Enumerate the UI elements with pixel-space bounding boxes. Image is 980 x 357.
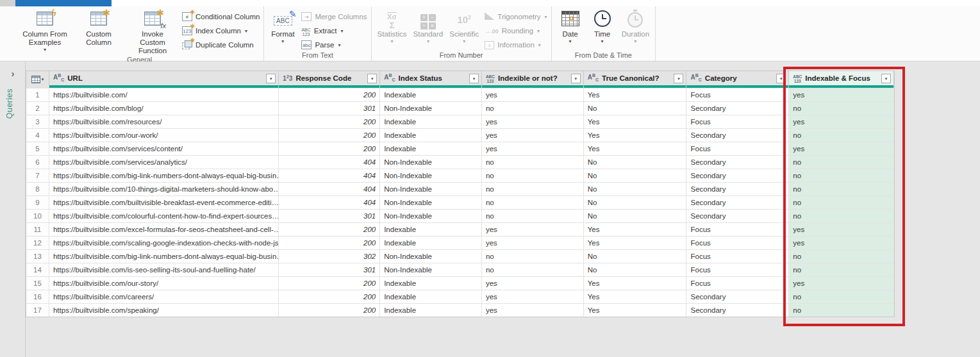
cell-url[interactable]: https://builtvisible.com/colourful-conte… [49, 210, 279, 222]
active-tab-indicator[interactable] [15, 0, 112, 6]
cell-category[interactable]: Secondary [686, 304, 789, 317]
column-header-index-status[interactable]: ABCIndex Status▾ [380, 71, 482, 88]
filter-button[interactable]: ▾ [266, 74, 276, 83]
cell-index-status[interactable]: Indexable [380, 115, 482, 128]
column-header-true-canonical[interactable]: ABCTrue Canonical?▾ [584, 71, 687, 88]
cell-response-code[interactable]: 404 [279, 169, 380, 182]
duplicate-column-button[interactable]: ✱Duplicate Column [182, 39, 260, 51]
cell-true-canonical[interactable]: Yes [584, 290, 687, 303]
row-number[interactable]: 14 [26, 263, 49, 276]
cell-indexable-focus[interactable]: yes [789, 115, 894, 128]
cell-index-status[interactable]: Indexable [380, 277, 482, 290]
cell-url[interactable]: https://builtvisible.com/services/analyt… [49, 156, 279, 169]
rounding-button[interactable]: →.00Rounding▾ [485, 25, 547, 37]
filter-button[interactable]: ▾ [571, 74, 581, 83]
cell-url[interactable]: https://builtvisible.com/speaking/ [49, 304, 279, 317]
cell-index-status[interactable]: Indexable [380, 142, 482, 155]
cell-response-code[interactable]: 200 [279, 237, 380, 249]
cell-indexable-focus[interactable]: no [789, 304, 894, 317]
conditional-column-button[interactable]: ≠✱Conditional Column [182, 11, 260, 22]
cell-category[interactable]: Focus [686, 237, 789, 249]
row-number[interactable]: 3 [26, 115, 49, 128]
cell-index-status[interactable]: Non-Indexable [380, 263, 482, 276]
row-number[interactable]: 8 [26, 183, 49, 195]
merge-columns-button[interactable]: ⇥Merge Columns [301, 11, 367, 22]
cell-category[interactable]: Focus [686, 142, 789, 155]
index-column-button[interactable]: 123✱Index Column▾ [182, 25, 260, 37]
cell-url[interactable]: https://builtvisible.com/is-seo-selling-… [49, 263, 279, 276]
cell-category[interactable]: Focus [686, 250, 789, 263]
cell-response-code[interactable]: 200 [279, 88, 380, 101]
information-button[interactable]: ±Information▾ [485, 39, 547, 51]
cell-category[interactable]: Focus [686, 88, 789, 101]
cell-true-canonical[interactable]: No [584, 263, 687, 276]
cell-true-canonical[interactable]: No [584, 250, 687, 263]
cell-indexable-focus[interactable]: yes [789, 237, 894, 249]
row-number[interactable]: 10 [26, 210, 49, 222]
column-header-response-code[interactable]: 123Response Code▾ [279, 71, 380, 88]
cell-index-status[interactable]: Indexable [380, 304, 482, 317]
cell-true-canonical[interactable]: No [584, 183, 687, 195]
cell-url[interactable]: https://builtvisible.com/services/conten… [49, 142, 279, 155]
custom-column-button[interactable]: ✱Custom Column [72, 8, 126, 47]
standard-button[interactable]: +−÷×Standard▾ [410, 8, 447, 44]
cell-indexable-focus[interactable]: yes [789, 88, 894, 101]
parse-button[interactable]: abcParse▾ [301, 39, 367, 51]
cell-response-code[interactable]: 200 [279, 223, 380, 236]
column-header-indexable-focus[interactable]: ABC123Indexable & Focus▾ [789, 71, 894, 88]
cell-url[interactable]: https://builtvisible.com/our-work/ [49, 129, 279, 142]
cell-indexable-focus[interactable]: yes [789, 277, 894, 290]
cell-category[interactable]: Secondary [686, 169, 789, 182]
cell-url[interactable]: https://builtvisible.com/careers/ [49, 290, 279, 303]
cell-index-status[interactable]: Non-Indexable [380, 156, 482, 169]
cell-index-status[interactable]: Non-Indexable [380, 250, 482, 263]
cell-category[interactable]: Focus [686, 115, 789, 128]
date-button[interactable]: Date▾ [554, 8, 586, 44]
cell-index-status[interactable]: Indexable [380, 129, 482, 142]
row-number[interactable]: 5 [26, 142, 49, 155]
cell-url[interactable]: https://builtvisible.com/our-story/ [49, 277, 279, 290]
cell-response-code[interactable]: 200 [279, 129, 380, 142]
duration-button[interactable]: Duration▾ [619, 8, 652, 44]
row-number[interactable]: 4 [26, 129, 49, 142]
cell-url[interactable]: https://builtvisible.com/ [49, 88, 279, 101]
filter-button[interactable]: ▾ [776, 74, 786, 83]
cell-indexible-or-not[interactable]: no [482, 210, 584, 222]
row-number[interactable]: 7 [26, 169, 49, 182]
cell-category[interactable]: Secondary [686, 290, 789, 303]
cell-url[interactable]: https://builtvisible.com/resources/ [49, 115, 279, 128]
cell-indexable-focus[interactable]: no [789, 263, 894, 276]
cell-index-status[interactable]: Non-Indexable [380, 210, 482, 222]
row-number[interactable]: 13 [26, 250, 49, 263]
scientific-button[interactable]: 102Scientific▾ [446, 8, 482, 44]
cell-response-code[interactable]: 404 [279, 196, 380, 209]
filter-button[interactable]: ▾ [367, 74, 377, 83]
cell-indexible-or-not[interactable]: no [482, 156, 584, 169]
cell-indexible-or-not[interactable]: yes [482, 237, 584, 249]
cell-response-code[interactable]: 301 [279, 102, 380, 115]
cell-indexible-or-not[interactable]: yes [482, 115, 584, 128]
time-button[interactable]: Time▾ [586, 8, 619, 44]
cell-indexible-or-not[interactable]: no [482, 183, 584, 195]
cell-category[interactable]: Secondary [686, 102, 789, 115]
cell-true-canonical[interactable]: No [584, 169, 687, 182]
cell-indexable-focus[interactable]: no [789, 169, 894, 182]
cell-true-canonical[interactable]: Yes [584, 88, 687, 101]
format-button[interactable]: ABC✎Format▾ [267, 8, 299, 44]
cell-indexable-focus[interactable]: no [789, 210, 894, 222]
cell-indexable-focus[interactable]: no [789, 156, 894, 169]
column-header-category[interactable]: ABCCategory▾ [686, 71, 789, 88]
cell-response-code[interactable]: 404 [279, 156, 380, 169]
cell-indexable-focus[interactable]: yes [789, 223, 894, 236]
cell-category[interactable]: Secondary [686, 210, 789, 222]
cell-category[interactable]: Focus [686, 277, 789, 290]
row-number[interactable]: 2 [26, 102, 49, 115]
cell-indexible-or-not[interactable]: yes [482, 142, 584, 155]
cell-indexible-or-not[interactable]: yes [482, 277, 584, 290]
cell-indexible-or-not[interactable]: yes [482, 223, 584, 236]
cell-response-code[interactable]: 302 [279, 250, 380, 263]
cell-indexable-focus[interactable]: no [789, 196, 894, 209]
cell-category[interactable]: Focus [686, 263, 789, 276]
trigonometry-button[interactable]: Trigonometry▾ [485, 11, 547, 22]
statistics-button[interactable]: XσΣStatistics▾ [374, 8, 410, 44]
